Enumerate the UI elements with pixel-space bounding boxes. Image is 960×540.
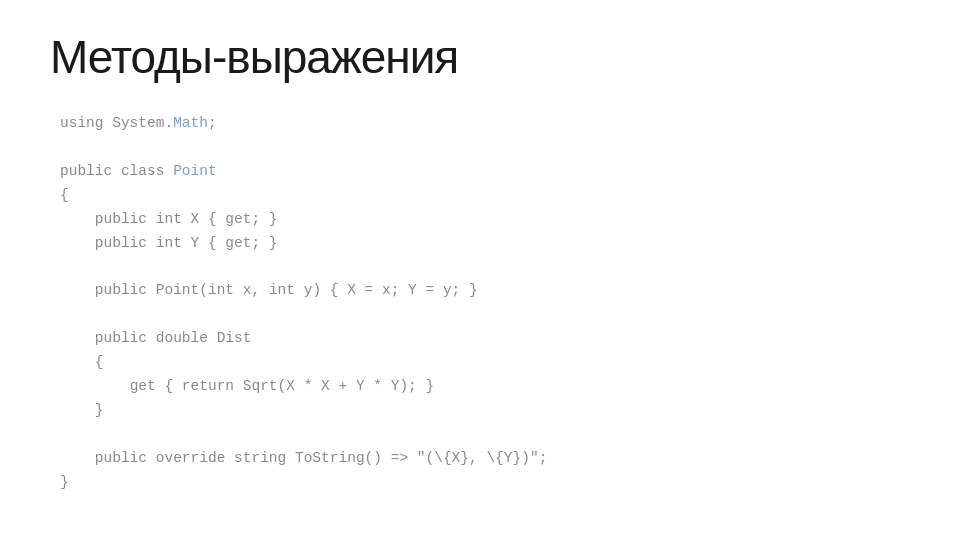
- code-line-blank2: [60, 256, 910, 280]
- code-line-class: public class Point: [60, 160, 910, 184]
- code-line-constructor: public Point(int x, int y) { X = x; Y = …: [60, 279, 910, 303]
- code-line-dist-decl: public double Dist: [60, 327, 910, 351]
- code-line-close-dist: }: [60, 399, 910, 423]
- code-line-blank3: [60, 303, 910, 327]
- code-line-prop-x: public int X { get; }: [60, 208, 910, 232]
- code-line-blank1: [60, 136, 910, 160]
- code-line-open-dist: {: [60, 351, 910, 375]
- code-line-get: get { return Sqrt(X * X + Y * Y); }: [60, 375, 910, 399]
- code-line-tostring: public override string ToString() => "(\…: [60, 447, 910, 471]
- code-line-prop-y: public int Y { get; }: [60, 232, 910, 256]
- code-block: using System.Math; public class Point { …: [50, 112, 910, 495]
- code-line-using: using System.Math;: [60, 112, 910, 136]
- code-line-open-class: {: [60, 184, 910, 208]
- slide-title: Методы-выражения: [50, 30, 910, 84]
- code-line-close-class: }: [60, 471, 910, 495]
- code-line-blank4: [60, 423, 910, 447]
- slide: Методы-выражения using System.Math; publ…: [0, 0, 960, 540]
